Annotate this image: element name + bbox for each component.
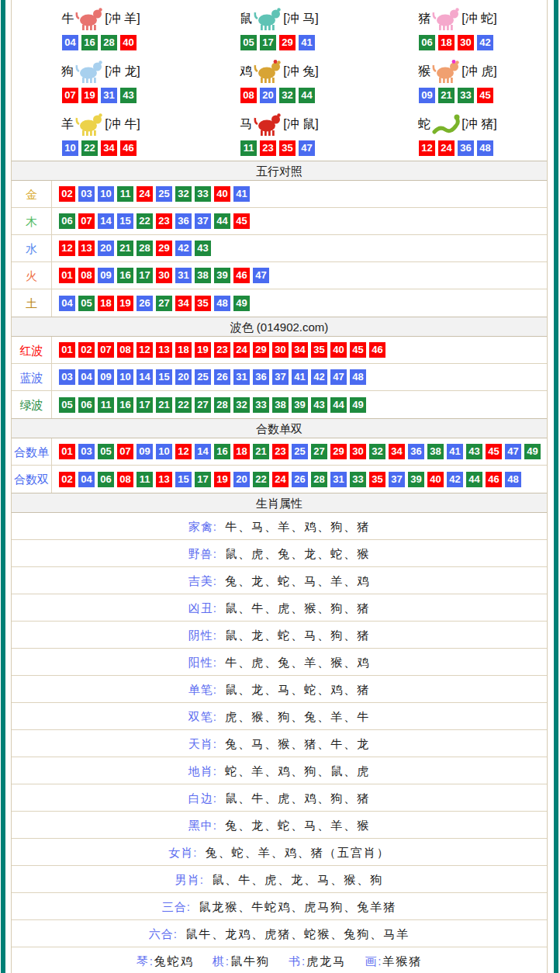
number-ball: 14 (98, 213, 114, 229)
number-ball: 38 (427, 444, 444, 459)
number-ball: 11 (240, 140, 257, 156)
zodiac-numbers: 04162840 (62, 35, 140, 50)
number-ball: 10 (156, 444, 172, 459)
zodiac-row: 牛[冲 羊]04162840鼠[冲 马]05172941猪[冲 蛇]061830… (12, 3, 547, 56)
number-ball: 44 (466, 472, 482, 487)
number-ball: 31 (233, 369, 250, 385)
number-ball: 09 (419, 88, 435, 103)
number-ball: 42 (311, 369, 327, 385)
number-ball: 11 (137, 472, 153, 487)
section-header-sum-parity: 合数单双 (12, 418, 547, 438)
number-ball: 19 (214, 472, 230, 487)
attribute-value: 鼠、牛、虎、龙、马、猴、狗 (207, 873, 383, 886)
attribute-value: 牛、虎、兔、羊、猴、鸡 (220, 656, 370, 669)
attribute-label: 六合: (149, 927, 178, 940)
zodiac-name: 马 (240, 116, 252, 133)
number-ball: 32 (233, 397, 250, 413)
number-ball: 17 (260, 35, 276, 50)
attribute-value: 鼠、龙、马、蛇、鸡、猪 (220, 683, 370, 696)
number-ball: 41 (233, 186, 250, 202)
zodiac-clash-label: [冲 兔] (283, 64, 318, 80)
number-ball: 40 (120, 35, 137, 50)
number-ball: 27 (195, 397, 211, 413)
number-ball: 35 (369, 472, 385, 487)
number-ball: 46 (233, 268, 250, 283)
number-ball: 37 (195, 213, 211, 229)
number-ball: 17 (195, 472, 211, 487)
rat-icon (254, 6, 282, 31)
number-ball: 08 (78, 268, 95, 283)
attribute-value: 鼠、龙、蛇、马、狗、猪 (220, 628, 370, 642)
number-ball: 49 (233, 296, 250, 311)
zodiac-cell: 鸡[冲 兔]08203244 (190, 56, 368, 109)
attribute-label: 三合: (162, 900, 191, 913)
zodiac-name: 鼠 (240, 11, 252, 27)
number-ball: 20 (260, 88, 276, 103)
section-header-five-elements: 五行对照 (12, 161, 547, 181)
attribute-label: 白边: (188, 791, 217, 805)
number-ball: 21 (253, 444, 269, 459)
number-ball: 26 (137, 296, 153, 311)
zodiac-cell: 马[冲 鼠]11233547 (190, 109, 368, 161)
number-ball: 18 (233, 444, 250, 459)
attribute-value: 蛇、羊、鸡、狗、鼠、虎 (220, 764, 370, 777)
number-ball: 39 (408, 472, 424, 487)
attribute-label: 野兽: (188, 547, 217, 560)
zodiac-name: 羊 (61, 116, 74, 133)
number-ball: 06 (78, 397, 95, 413)
number-ball: 40 (330, 342, 347, 358)
number-ball: 32 (369, 444, 385, 459)
number-ball: 17 (137, 268, 153, 283)
number-ball: 22 (253, 472, 269, 487)
attribute-label: 吉美: (188, 574, 217, 587)
number-ball: 16 (117, 268, 133, 283)
zodiac-name: 狗 (61, 64, 74, 80)
zodiac-attribute-row: 男肖: 鼠、牛、虎、龙、马、猴、狗 (12, 866, 547, 893)
attribute-label: 女肖: (168, 846, 197, 859)
number-ball: 28 (214, 397, 230, 413)
number-ball: 04 (59, 296, 75, 311)
zodiac-clash-label: [冲 蛇] (461, 11, 496, 27)
sum-parity-row-label: 合数单 (12, 438, 52, 466)
number-ball: 28 (101, 35, 117, 50)
wave-row-label: 红波 (12, 337, 52, 364)
attribute-label: 双笔: (188, 710, 217, 723)
number-ball: 39 (292, 397, 308, 413)
zodiac-numbers: 11233547 (240, 140, 318, 156)
wave-row-numbers: 0102070812131819232429303435404546 (52, 342, 547, 358)
number-ball: 23 (260, 140, 276, 156)
zodiac-clash-grid: 牛[冲 羊]04162840鼠[冲 马]05172941猪[冲 蛇]061830… (12, 0, 547, 161)
number-ball: 02 (59, 186, 75, 202)
number-ball: 12 (175, 444, 192, 459)
sum-parity-row: 合数单0103050709101214161821232527293032343… (12, 438, 547, 466)
number-ball: 01 (59, 268, 75, 283)
arts-segment: 琴:兔蛇鸡 (137, 954, 194, 968)
number-ball: 33 (195, 186, 211, 202)
zodiac-row: 狗[冲 龙]07193143鸡[冲 兔]08203244猴[冲 虎]092133… (12, 56, 547, 109)
wave-row: 蓝波03040910141520252631363741424748 (12, 364, 547, 391)
attribute-label: 阳性: (188, 656, 217, 669)
zodiac-attribute-row: 黑中: 兔、龙、蛇、马、羊、猴 (12, 812, 547, 839)
zodiac-row: 羊[冲 牛]10223446马[冲 鼠]11233547蛇[冲 猪]122436… (12, 109, 547, 161)
number-ball: 31 (101, 88, 117, 103)
number-ball: 41 (299, 35, 315, 50)
zodiac-attribute-row: 吉美: 兔、龙、蛇、马、羊、鸡 (12, 567, 547, 594)
attribute-value: 牛、马、羊、鸡、狗、猪 (220, 520, 370, 533)
number-ball: 35 (195, 296, 211, 311)
number-ball: 13 (156, 342, 172, 358)
number-ball: 41 (447, 444, 463, 459)
arts-segment: 画:羊猴猪 (365, 954, 422, 968)
number-ball: 43 (120, 88, 137, 103)
zodiac-clash-label: [冲 马] (283, 11, 318, 27)
number-ball: 08 (117, 472, 133, 487)
number-ball: 22 (137, 213, 153, 229)
number-ball: 30 (272, 342, 289, 358)
number-ball: 23 (214, 342, 230, 358)
attribute-value: 兔、龙、蛇、马、羊、猴 (220, 819, 370, 832)
number-ball: 36 (458, 140, 474, 156)
number-ball: 15 (175, 472, 192, 487)
attribute-label: 阴性: (188, 628, 217, 642)
five-element-row-label: 金 (12, 181, 52, 208)
attribute-label: 家禽: (188, 520, 217, 533)
number-ball: 03 (59, 369, 75, 385)
